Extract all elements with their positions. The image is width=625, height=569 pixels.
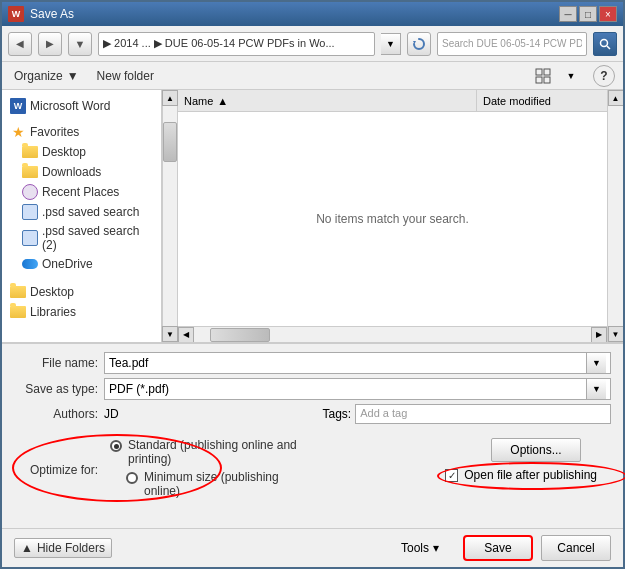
title-text: Save As (30, 7, 74, 21)
help-icon: ? (600, 69, 607, 83)
view-button[interactable] (531, 64, 555, 88)
tools-label: Tools (401, 541, 429, 555)
radio-standard-input[interactable] (110, 440, 122, 452)
nav-item-downloads[interactable]: Downloads (2, 162, 161, 182)
up-button[interactable]: ▼ (68, 32, 92, 56)
file-list-body: No items match your search. (178, 112, 607, 326)
saved-search2-label: .psd saved search (2) (42, 224, 153, 252)
word-nav-label: Microsoft Word (30, 99, 110, 113)
tags-placeholder: Add a tag (360, 407, 407, 419)
tags-input[interactable]: Add a tag (355, 404, 611, 424)
refresh-button[interactable] (407, 32, 431, 56)
view-dropdown[interactable]: ▼ (559, 64, 583, 88)
filename-row: File name: Tea.pdf ▼ (14, 352, 611, 374)
close-button[interactable]: × (599, 6, 617, 22)
desktop2-label: Desktop (30, 285, 74, 299)
recent-label: Recent Places (42, 185, 119, 199)
downloads-label: Downloads (42, 165, 101, 179)
nav-item-word[interactable]: W Microsoft Word (2, 96, 161, 116)
help-button[interactable]: ? (593, 65, 615, 87)
organize-button[interactable]: Organize ▼ (10, 67, 83, 85)
hide-folders-button[interactable]: ▲ Hide Folders (14, 538, 112, 558)
view-options: ▼ (531, 64, 583, 88)
file-panel: Name ▲ Date modified No items match your… (178, 90, 607, 342)
breadcrumb[interactable]: ▶ 2014 ... ▶ DUE 06-05-14 PCW PDFs in Wo… (98, 32, 375, 56)
downloads-icon (22, 164, 38, 180)
svg-rect-4 (544, 69, 550, 75)
nav-item-saved1[interactable]: .psd saved search (2, 202, 161, 222)
scroll-down-arrow[interactable]: ▼ (162, 326, 178, 342)
filetype-value: PDF (*.pdf) (109, 382, 169, 396)
meta-row: Authors: JD Tags: Add a tag (14, 404, 611, 424)
open-file-checkbox-row: Open file after publishing (441, 466, 601, 484)
options-area: Options... Open file after publishing (313, 438, 612, 484)
filename-input[interactable]: Tea.pdf ▼ (104, 352, 611, 374)
nav-item-recent[interactable]: Recent Places (2, 182, 161, 202)
onedrive-icon (22, 256, 38, 272)
scroll-h-thumb[interactable] (210, 328, 270, 342)
file-scrollbar-v[interactable]: ▲ ▼ (607, 90, 623, 342)
new-folder-label: New folder (97, 69, 154, 83)
file-scrollbar-h[interactable]: ◀ ▶ (178, 326, 607, 342)
search-input[interactable]: Search DUE 06-05-14 PCW PD... (437, 32, 587, 56)
file-scroll-down[interactable]: ▼ (608, 326, 624, 342)
bottom-right: Tools ▾ Save Cancel (401, 535, 611, 561)
nav-item-desktop[interactable]: Desktop (2, 142, 161, 162)
desktop2-icon (10, 284, 26, 300)
toolbar: ◀ ▶ ▼ ▶ 2014 ... ▶ DUE 06-05-14 PCW PDFs… (2, 26, 623, 62)
filename-dropdown-arrow[interactable]: ▼ (586, 353, 606, 373)
title-bar-left: W Save As (8, 6, 74, 22)
new-folder-button[interactable]: New folder (93, 67, 158, 85)
search-button[interactable] (593, 32, 617, 56)
nav-item-saved2[interactable]: .psd saved search (2) (2, 222, 161, 254)
cancel-label: Cancel (557, 541, 594, 555)
nav-panel: W Microsoft Word ★ Favorites (2, 90, 162, 342)
scroll-up-arrow[interactable]: ▲ (162, 90, 178, 106)
minimize-button[interactable]: ─ (559, 6, 577, 22)
forward-button[interactable]: ▶ (38, 32, 62, 56)
optimize-label: Optimize for: (14, 463, 104, 477)
col-name-header[interactable]: Name ▲ (178, 90, 477, 111)
nav-item-favorites[interactable]: ★ Favorites (2, 122, 161, 142)
hide-icon: ▲ (21, 541, 33, 555)
save-label: Save (484, 541, 511, 555)
forward-icon: ▶ (46, 38, 54, 49)
breadcrumb-dropdown[interactable]: ▼ (381, 33, 401, 55)
radio-minimum[interactable]: Minimum size (publishing online) (104, 470, 313, 498)
libraries-icon (10, 304, 26, 320)
nav-item-onedrive[interactable]: OneDrive (2, 254, 161, 274)
save-button[interactable]: Save (463, 535, 533, 561)
scroll-left-arrow[interactable]: ◀ (178, 327, 194, 343)
saved-search1-label: .psd saved search (42, 205, 139, 219)
file-list-header: Name ▲ Date modified (178, 90, 607, 112)
radio-minimum-input[interactable] (126, 472, 138, 484)
word-icon: W (8, 6, 24, 22)
col-date-header[interactable]: Date modified (477, 90, 607, 111)
back-icon: ◀ (16, 38, 24, 49)
options-button[interactable]: Options... (491, 438, 581, 462)
cancel-button[interactable]: Cancel (541, 535, 611, 561)
nav-item-desktop2[interactable]: Desktop (2, 282, 161, 302)
maximize-button[interactable]: □ (579, 6, 597, 22)
organize-label: Organize (14, 69, 63, 83)
back-button[interactable]: ◀ (8, 32, 32, 56)
bottom-bar: ▲ Hide Folders Tools ▾ Save Cancel (2, 528, 623, 567)
open-file-checkbox[interactable] (445, 469, 458, 482)
filename-dropdown[interactable]: ▼ (582, 353, 606, 373)
optimize-section: Optimize for: Standard (publishing onlin… (14, 438, 313, 506)
filetype-dropdown-arrow[interactable]: ▼ (586, 379, 606, 399)
file-scroll-up[interactable]: ▲ (608, 90, 624, 106)
radio-standard[interactable]: Standard (publishing online and printing… (104, 438, 313, 466)
tools-button[interactable]: Tools ▾ (401, 541, 439, 555)
nav-item-libraries[interactable]: Libraries (2, 302, 161, 322)
saved-search1-icon (22, 204, 38, 220)
nav-scrollbar[interactable]: ▲ ▼ (162, 90, 178, 342)
open-file-label: Open file after publishing (464, 468, 597, 482)
authors-value: JD (104, 407, 119, 421)
filetype-row: Save as type: PDF (*.pdf) ▼ (14, 378, 611, 400)
svg-line-2 (607, 46, 610, 49)
filetype-select[interactable]: PDF (*.pdf) ▼ (104, 378, 611, 400)
authors-label: Authors: (14, 407, 104, 421)
scroll-thumb[interactable] (163, 122, 177, 162)
scroll-right-arrow[interactable]: ▶ (591, 327, 607, 343)
